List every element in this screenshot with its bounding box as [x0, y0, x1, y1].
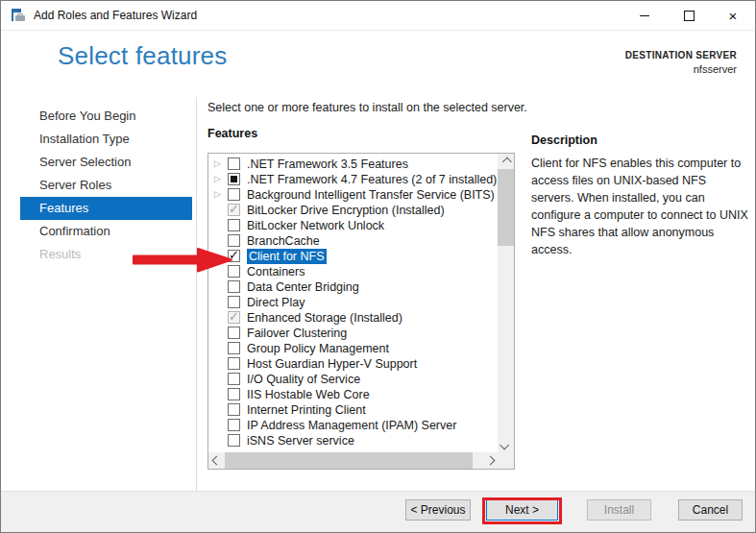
feature-label: iSNS Server service: [247, 433, 354, 448]
maximize-button[interactable]: [667, 1, 711, 30]
title-bar: Add Roles and Features Wizard ×: [1, 1, 755, 31]
horizontal-scrollbar: [208, 452, 498, 469]
feature-checkbox[interactable]: [228, 373, 240, 385]
feature-checkbox[interactable]: [228, 327, 240, 339]
feature-checkbox[interactable]: [228, 296, 240, 308]
destination-server-name: nfsserver: [625, 63, 737, 75]
window-title: Add Roles and Features Wizard: [34, 9, 197, 22]
feature-label: BitLocker Drive Encryption (Installed): [247, 203, 445, 218]
minimize-icon: [640, 15, 649, 16]
feature-checkbox[interactable]: [228, 173, 240, 185]
feature-checkbox[interactable]: [228, 219, 240, 231]
sidebar-item-installation-type[interactable]: Installation Type: [20, 128, 192, 151]
close-icon: ×: [729, 9, 738, 23]
feature-label: Enhanced Storage (Installed): [247, 310, 402, 326]
expand-icon[interactable]: ▷: [214, 157, 221, 170]
feature-label: .NET Framework 3.5 Features: [247, 157, 408, 172]
sidebar-divider: [196, 97, 197, 491]
sidebar-item-confirmation[interactable]: Confirmation: [20, 220, 192, 243]
feature-checkbox[interactable]: [228, 311, 240, 324]
feature-row-internet-printing-client[interactable]: Internet Printing Client: [208, 402, 498, 418]
sidebar-item-features[interactable]: Features: [20, 197, 192, 220]
maximize-icon: [684, 11, 695, 21]
close-button[interactable]: ×: [711, 1, 755, 30]
feature-label: Client for NFS: [247, 249, 327, 264]
feature-label: Direct Play: [247, 295, 305, 310]
feature-checkbox[interactable]: [228, 342, 240, 354]
feature-row-bitlocker-drive-encryption-installed[interactable]: BitLocker Drive Encryption (Installed): [208, 203, 498, 218]
feature-row-net-framework-4-7-features-2-of-7-installed[interactable]: ▷.NET Framework 4.7 Features (2 of 7 ins…: [208, 172, 498, 187]
features-list-label: Features: [207, 127, 257, 140]
feature-checkbox[interactable]: [228, 280, 240, 293]
previous-button[interactable]: < Previous: [405, 499, 471, 521]
chevron-down-icon: [500, 440, 509, 449]
feature-checkbox[interactable]: [228, 388, 240, 400]
feature-row-group-policy-management[interactable]: Group Policy Management: [208, 341, 498, 356]
feature-label: Host Guardian Hyper-V Support: [247, 356, 417, 372]
install-button[interactable]: Install: [587, 499, 651, 521]
scroll-right-button[interactable]: [482, 452, 498, 469]
feature-row-client-for-nfs[interactable]: Client for NFS: [208, 249, 498, 264]
next-button[interactable]: Next >: [486, 499, 558, 521]
instruction-text: Select one or more features to install o…: [207, 101, 527, 114]
feature-checkbox[interactable]: [228, 265, 240, 278]
feature-checkbox[interactable]: [228, 234, 240, 247]
feature-label: I/O Quality of Service: [247, 372, 360, 387]
feature-row-data-center-bridging[interactable]: Data Center Bridging: [208, 279, 498, 295]
expand-icon[interactable]: ▷: [214, 188, 221, 201]
feature-row-bitlocker-network-unlock[interactable]: BitLocker Network Unlock: [208, 218, 498, 233]
feature-checkbox[interactable]: [228, 250, 240, 262]
feature-row-net-framework-3-5-features[interactable]: ▷.NET Framework 3.5 Features: [208, 157, 498, 172]
feature-row-isns-server-service[interactable]: iSNS Server service: [208, 433, 498, 448]
feature-row-background-intelligent-transfer-service-bits[interactable]: ▷Background Intelligent Transfer Service…: [208, 187, 498, 203]
feature-label: Group Policy Management: [247, 341, 389, 356]
page-title: Select features: [58, 41, 227, 71]
vertical-scroll-thumb[interactable]: [498, 169, 514, 246]
feature-row-host-guardian-hyper-v-support[interactable]: Host Guardian Hyper-V Support: [208, 356, 498, 372]
feature-label: Data Center Bridging: [247, 279, 359, 295]
feature-label: BitLocker Network Unlock: [247, 218, 384, 233]
feature-label: Internet Printing Client: [247, 402, 366, 418]
feature-checkbox[interactable]: [228, 204, 240, 216]
minimize-button[interactable]: [622, 1, 667, 30]
sidebar-item-server-selection[interactable]: Server Selection: [20, 151, 192, 174]
feature-row-ip-address-management-ipam-server[interactable]: IP Address Management (IPAM) Server: [208, 418, 498, 433]
feature-row-enhanced-storage-installed[interactable]: Enhanced Storage (Installed): [208, 310, 498, 326]
scroll-left-button[interactable]: [208, 452, 224, 469]
feature-row-direct-play[interactable]: Direct Play: [208, 295, 498, 310]
feature-label: IIS Hostable Web Core: [247, 387, 370, 402]
feature-label: Failover Clustering: [247, 326, 347, 341]
feature-row-i-o-quality-of-service[interactable]: I/O Quality of Service: [208, 372, 498, 387]
wizard-steps: Before You BeginInstallation TypeServer …: [20, 105, 192, 266]
wizard-app-icon: [11, 8, 26, 23]
feature-row-iis-hostable-web-core[interactable]: IIS Hostable Web Core: [208, 387, 498, 402]
feature-label: Containers: [247, 264, 305, 279]
description-text: Client for NFS enables this computer to …: [531, 155, 750, 258]
chevron-left-icon: [211, 456, 221, 466]
feature-row-branchcache[interactable]: BranchCache: [208, 233, 498, 249]
feature-checkbox[interactable]: [228, 357, 240, 370]
feature-checkbox[interactable]: [228, 419, 240, 431]
features-list: ▷.NET Framework 3.5 Features▷.NET Framew…: [208, 157, 498, 448]
feature-row-failover-clustering[interactable]: Failover Clustering: [208, 326, 498, 341]
footer-bar: < Previous Next > Install Cancel: [1, 491, 755, 532]
sidebar-item-before-you-begin[interactable]: Before You Begin: [20, 105, 192, 128]
feature-label: Background Intelligent Transfer Service …: [247, 187, 495, 203]
expand-icon[interactable]: ▷: [214, 173, 221, 185]
destination-server-label: DESTINATION SERVER: [625, 50, 737, 61]
description-title: Description: [531, 133, 597, 147]
feature-checkbox[interactable]: [228, 157, 240, 170]
scroll-up-button[interactable]: [498, 154, 514, 169]
chevron-up-icon: [502, 157, 512, 166]
feature-checkbox[interactable]: [228, 403, 240, 416]
horizontal-scroll-thumb[interactable]: [225, 452, 473, 469]
sidebar-item-results: Results: [20, 243, 192, 266]
sidebar-item-server-roles[interactable]: Server Roles: [20, 174, 192, 197]
feature-checkbox[interactable]: [228, 188, 240, 201]
cancel-button[interactable]: Cancel: [678, 499, 743, 521]
feature-label: BranchCache: [247, 233, 320, 249]
wizard-window: Add Roles and Features Wizard × Select f…: [0, 0, 756, 533]
feature-checkbox[interactable]: [228, 434, 240, 447]
scroll-down-button[interactable]: [498, 437, 514, 452]
feature-row-containers[interactable]: Containers: [208, 264, 498, 279]
